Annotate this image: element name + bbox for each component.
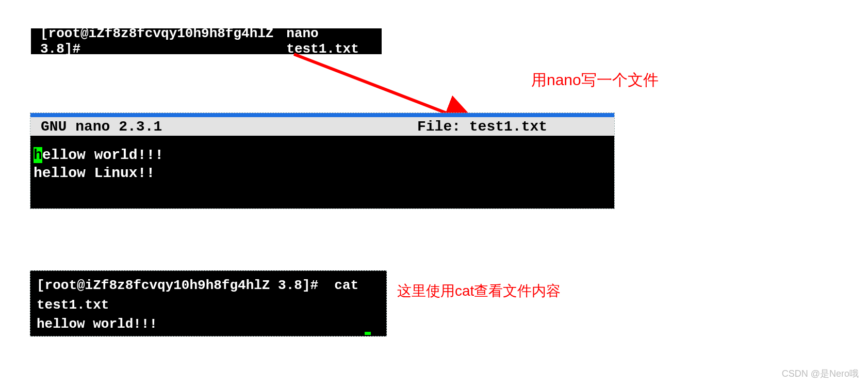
nano-editor-area[interactable]: hellow world!!! hellow Linux!! xyxy=(30,136,614,208)
nano-line-1-rest: ellow world!!! xyxy=(42,147,163,163)
nano-header: GNU nano 2.3.1 File: test1.txt xyxy=(30,117,614,136)
cat-command-line: [root@iZf8z8fcvqy10h9h8fg4hlZ 3.8]# cat … xyxy=(37,276,380,315)
terminal-nano-command: [root@iZf8z8fcvqy10h9h8fg4hlZ 3.8]# nano… xyxy=(31,28,382,54)
watermark: CSDN @是Nero哦 xyxy=(782,367,859,380)
cat-output-2: hellow Linux!! xyxy=(37,334,380,354)
prompt: [root@iZf8z8fcvqy10h9h8fg4hlZ 3.8]# xyxy=(40,26,279,57)
nano-editor-window: GNU nano 2.3.1 File: test1.txt hellow wo… xyxy=(30,113,615,209)
prompt: [root@iZf8z8fcvqy10h9h8fg4hlZ 3.8]# xyxy=(37,278,318,293)
cursor-icon: h xyxy=(34,147,42,163)
cursor-icon xyxy=(365,332,371,335)
nano-line-2: hellow Linux!! xyxy=(34,164,611,182)
terminal-cat-block: [root@iZf8z8fcvqy10h9h8fg4hlZ 3.8]# cat … xyxy=(30,270,387,336)
annotation-nano: 用nano写一个文件 xyxy=(531,70,659,91)
nano-title-accent xyxy=(30,113,614,117)
cat-output-1: hellow world!!! xyxy=(37,315,380,334)
nano-line-1: hellow world!!! xyxy=(34,146,611,164)
nano-file-label: File: test1.txt xyxy=(417,119,547,135)
annotation-cat: 这里使用cat查看文件内容 xyxy=(397,281,561,301)
command-text: nano test1.txt xyxy=(286,26,382,57)
nano-title: GNU nano 2.3.1 xyxy=(41,119,162,135)
